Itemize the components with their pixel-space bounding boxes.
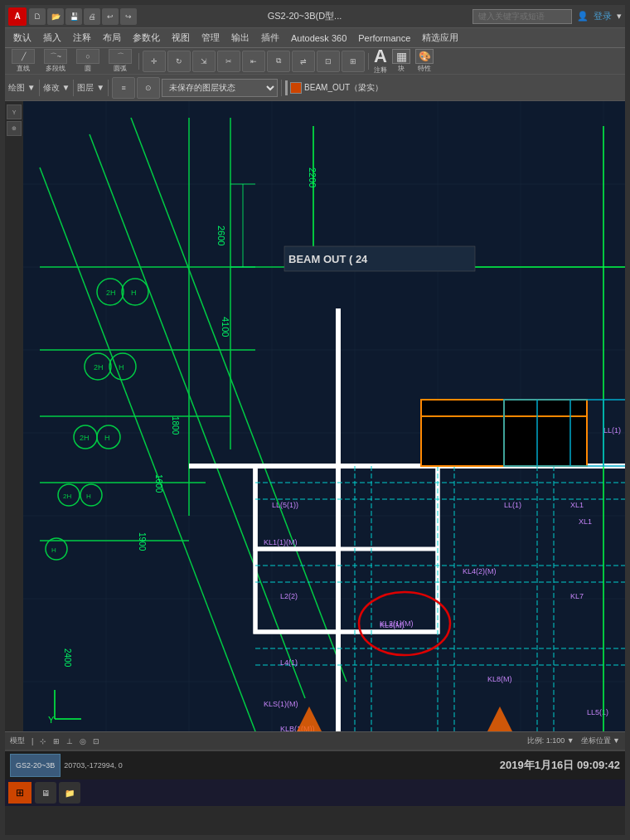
svg-text:LL5(1): LL5(1) <box>587 708 608 716</box>
taskbar-icon-2[interactable]: 📁 <box>59 782 80 804</box>
undo-icon[interactable]: ↩ <box>102 8 119 25</box>
annotation-label: 注释 <box>374 66 387 75</box>
svg-text:4100: 4100 <box>220 317 230 337</box>
autocad-logo: A <box>8 7 27 26</box>
menu-item-shuren[interactable]: 数认 <box>8 30 36 46</box>
side-btn-1[interactable]: Y <box>7 104 22 119</box>
toolbar-row2: 绘图 ▼ 修改 ▼ 图层 ▼ ≡ ⊙ 未保存的图层状态 BEAM_OUT（梁实） <box>5 75 625 101</box>
draw-section-label: 绘图 ▼ <box>8 82 36 94</box>
menu-item-chajian[interactable]: 插件 <box>256 30 284 46</box>
svg-text:LL(5(1)): LL(5(1)) <box>272 501 298 509</box>
polyline-tool[interactable]: ⌒~ 多段线 <box>41 49 70 73</box>
svg-text:1600: 1600 <box>154 474 163 493</box>
move-tool[interactable]: ✛ <box>143 51 166 72</box>
menu-item-charu[interactable]: 插入 <box>38 30 66 46</box>
copy-tool[interactable]: ⧉ <box>267 51 290 72</box>
menu-item-zhushi[interactable]: 注释 <box>68 30 96 46</box>
svg-text:L4(1): L4(1) <box>280 658 298 667</box>
expand-icon[interactable]: ▾ <box>617 11 622 22</box>
polyline-label: 多段线 <box>46 64 65 73</box>
separator2 <box>368 53 369 70</box>
separator1 <box>138 53 139 70</box>
start-icon: ⊞ <box>16 787 24 799</box>
login-button[interactable]: 登录 <box>594 10 612 22</box>
menu-item-performance[interactable]: Performance <box>353 32 415 45</box>
layer-state-btn[interactable]: ⊙ <box>137 77 160 99</box>
svg-text:2H: 2H <box>106 289 116 297</box>
offset-tool[interactable]: ⊡ <box>317 51 340 72</box>
taskbar-icons: 🖥 📁 <box>35 782 80 804</box>
cad-canvas[interactable]: 设计辅助 Y ⊕ <box>5 101 630 731</box>
block-icon: ▦ <box>392 49 410 64</box>
draw-tools: ╱ 直线 ⌒~ 多段线 ○ 圆 ⌒ 圆弧 <box>8 49 135 73</box>
line-label: 直线 <box>17 64 30 73</box>
scale-tool[interactable]: ⇲ <box>192 51 216 72</box>
menu-item-autodesk360[interactable]: Autodesk 360 <box>286 32 351 45</box>
side-btn-2[interactable]: ⊕ <box>7 121 22 136</box>
svg-text:Y: Y <box>48 715 55 725</box>
coords-label[interactable]: 坐标位置 ▼ <box>581 736 620 746</box>
line-icon: ╱ <box>12 49 35 64</box>
coords-value: 20703,-172994, 0 <box>64 761 123 770</box>
annotation-icon: A <box>374 47 387 66</box>
layer-manager-btn[interactable]: ≡ <box>112 77 135 99</box>
trim-tool[interactable]: ✂ <box>217 51 240 72</box>
svg-text:KL8(M): KL8(M) <box>487 675 512 683</box>
rotate-tool[interactable]: ↻ <box>167 51 191 72</box>
cad-drawing: 2H H 2H H 2H H 2H H <box>23 101 630 731</box>
menu-item-canshu[interactable]: 参数化 <box>128 30 165 46</box>
search-input[interactable] <box>472 9 572 24</box>
svg-text:2H: 2H <box>63 493 71 500</box>
arc-icon: ⌒ <box>109 49 132 64</box>
osnap-icon[interactable]: ⊡ <box>93 737 99 745</box>
quick-access-icons: 🗋 📂 💾 🖨 ↩ ↪ <box>29 8 137 25</box>
app-taskbar: GS2-20~3B 20703,-172994, 0 2019年1月16日 09… <box>5 750 625 779</box>
svg-text:KL7: KL7 <box>570 592 584 600</box>
menu-item-guanli[interactable]: 管理 <box>196 30 225 46</box>
svg-text:2600: 2600 <box>216 226 226 245</box>
beam-out-label: BEAM_OUT（梁实） <box>304 82 383 94</box>
svg-text:2H: 2H <box>80 434 90 442</box>
svg-text:XL1: XL1 <box>570 501 584 509</box>
snap-icon[interactable]: ⊹ <box>40 737 46 745</box>
taskbar-icon-1[interactable]: 🖥 <box>35 782 56 804</box>
array-tool[interactable]: ⊞ <box>342 51 365 72</box>
polyline-icon: ⌒~ <box>44 49 67 64</box>
svg-text:H: H <box>104 434 110 442</box>
menu-item-shitu[interactable]: 视图 <box>167 30 195 46</box>
mirror-tool[interactable]: ⇌ <box>292 51 315 72</box>
extend-tool[interactable]: ⇤ <box>242 51 265 72</box>
block-label: 块 <box>398 64 405 73</box>
svg-text:1800: 1800 <box>171 416 180 435</box>
ortho-icon[interactable]: ⊥ <box>66 737 73 745</box>
menu-item-buju[interactable]: 布局 <box>98 30 126 46</box>
model-label[interactable]: 模型 <box>10 736 25 746</box>
menu-item-shuchu[interactable]: 输出 <box>226 30 254 46</box>
open-file-icon[interactable]: 📂 <box>47 8 64 25</box>
layer-dropdown[interactable]: 未保存的图层状态 <box>162 79 278 97</box>
print-icon[interactable]: 🖨 <box>84 8 100 25</box>
title-bar-left: A 🗋 📂 💾 🖨 ↩ ↪ <box>8 7 137 26</box>
redo-icon[interactable]: ↪ <box>120 8 137 25</box>
line-tool[interactable]: ╱ 直线 <box>8 49 38 73</box>
circle-tool[interactable]: ○ 圆 <box>73 49 103 73</box>
svg-text:L2(2): L2(2) <box>280 592 298 600</box>
cad-svg: 2H H 2H H 2H H 2H H <box>23 101 630 731</box>
start-button[interactable]: ⊞ <box>8 782 32 804</box>
arc-label: 圆弧 <box>114 64 127 73</box>
layer-color-area: BEAM_OUT（梁实） <box>285 80 383 95</box>
win-taskbar: ⊞ 🖥 📁 <box>5 779 625 806</box>
menu-item-jingxuan[interactable]: 精选应用 <box>417 30 463 46</box>
sep3 <box>281 80 282 96</box>
scale-label[interactable]: 比例: 1:100 ▼ <box>527 736 574 746</box>
svg-text:2200: 2200 <box>308 168 317 187</box>
save-icon[interactable]: 💾 <box>65 8 82 25</box>
svg-text:KL4(2)(M): KL4(2)(M) <box>463 567 497 575</box>
new-file-icon[interactable]: 🗋 <box>29 8 46 25</box>
arc-tool[interactable]: ⌒ 圆弧 <box>105 49 135 73</box>
polar-icon[interactable]: ◎ <box>80 737 86 745</box>
app-task-btn[interactable]: GS2-20~3B <box>10 754 61 777</box>
svg-text:BEAM OUT ( 24: BEAM OUT ( 24 <box>288 253 368 265</box>
grid-icon[interactable]: ⊞ <box>53 737 60 745</box>
status-right: 比例: 1:100 ▼ 坐标位置 ▼ <box>527 736 620 746</box>
